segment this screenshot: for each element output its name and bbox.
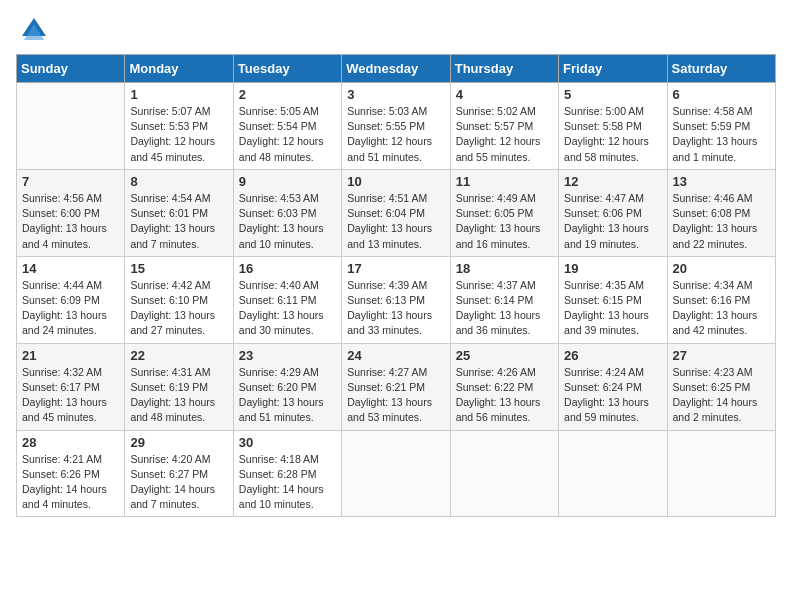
day-info: Sunrise: 4:42 AM Sunset: 6:10 PM Dayligh…	[130, 278, 227, 339]
day-info: Sunrise: 5:07 AM Sunset: 5:53 PM Dayligh…	[130, 104, 227, 165]
calendar-cell: 18Sunrise: 4:37 AM Sunset: 6:14 PM Dayli…	[450, 256, 558, 343]
day-info: Sunrise: 4:37 AM Sunset: 6:14 PM Dayligh…	[456, 278, 553, 339]
calendar-cell: 15Sunrise: 4:42 AM Sunset: 6:10 PM Dayli…	[125, 256, 233, 343]
day-info: Sunrise: 5:05 AM Sunset: 5:54 PM Dayligh…	[239, 104, 336, 165]
calendar-cell: 4Sunrise: 5:02 AM Sunset: 5:57 PM Daylig…	[450, 83, 558, 170]
day-info: Sunrise: 4:20 AM Sunset: 6:27 PM Dayligh…	[130, 452, 227, 513]
day-number: 18	[456, 261, 553, 276]
day-number: 19	[564, 261, 661, 276]
header	[16, 16, 776, 44]
col-sunday: Sunday	[17, 55, 125, 83]
day-info: Sunrise: 4:34 AM Sunset: 6:16 PM Dayligh…	[673, 278, 770, 339]
calendar-cell: 11Sunrise: 4:49 AM Sunset: 6:05 PM Dayli…	[450, 169, 558, 256]
col-thursday: Thursday	[450, 55, 558, 83]
day-number: 15	[130, 261, 227, 276]
day-number: 23	[239, 348, 336, 363]
day-info: Sunrise: 4:49 AM Sunset: 6:05 PM Dayligh…	[456, 191, 553, 252]
calendar-cell: 1Sunrise: 5:07 AM Sunset: 5:53 PM Daylig…	[125, 83, 233, 170]
day-info: Sunrise: 5:03 AM Sunset: 5:55 PM Dayligh…	[347, 104, 444, 165]
day-info: Sunrise: 4:44 AM Sunset: 6:09 PM Dayligh…	[22, 278, 119, 339]
day-number: 24	[347, 348, 444, 363]
week-row-3: 14Sunrise: 4:44 AM Sunset: 6:09 PM Dayli…	[17, 256, 776, 343]
day-number: 22	[130, 348, 227, 363]
day-number: 29	[130, 435, 227, 450]
calendar-cell: 28Sunrise: 4:21 AM Sunset: 6:26 PM Dayli…	[17, 430, 125, 517]
day-number: 26	[564, 348, 661, 363]
day-info: Sunrise: 4:54 AM Sunset: 6:01 PM Dayligh…	[130, 191, 227, 252]
calendar-cell: 17Sunrise: 4:39 AM Sunset: 6:13 PM Dayli…	[342, 256, 450, 343]
calendar-cell: 6Sunrise: 4:58 AM Sunset: 5:59 PM Daylig…	[667, 83, 775, 170]
day-number: 9	[239, 174, 336, 189]
day-number: 4	[456, 87, 553, 102]
day-number: 13	[673, 174, 770, 189]
day-info: Sunrise: 4:47 AM Sunset: 6:06 PM Dayligh…	[564, 191, 661, 252]
day-number: 30	[239, 435, 336, 450]
day-info: Sunrise: 4:23 AM Sunset: 6:25 PM Dayligh…	[673, 365, 770, 426]
calendar-cell: 16Sunrise: 4:40 AM Sunset: 6:11 PM Dayli…	[233, 256, 341, 343]
calendar-cell: 9Sunrise: 4:53 AM Sunset: 6:03 PM Daylig…	[233, 169, 341, 256]
week-row-5: 28Sunrise: 4:21 AM Sunset: 6:26 PM Dayli…	[17, 430, 776, 517]
calendar-cell: 30Sunrise: 4:18 AM Sunset: 6:28 PM Dayli…	[233, 430, 341, 517]
day-info: Sunrise: 4:51 AM Sunset: 6:04 PM Dayligh…	[347, 191, 444, 252]
day-info: Sunrise: 4:35 AM Sunset: 6:15 PM Dayligh…	[564, 278, 661, 339]
calendar-cell: 29Sunrise: 4:20 AM Sunset: 6:27 PM Dayli…	[125, 430, 233, 517]
week-row-1: 1Sunrise: 5:07 AM Sunset: 5:53 PM Daylig…	[17, 83, 776, 170]
calendar-cell: 2Sunrise: 5:05 AM Sunset: 5:54 PM Daylig…	[233, 83, 341, 170]
day-info: Sunrise: 4:24 AM Sunset: 6:24 PM Dayligh…	[564, 365, 661, 426]
day-info: Sunrise: 4:21 AM Sunset: 6:26 PM Dayligh…	[22, 452, 119, 513]
calendar-cell: 23Sunrise: 4:29 AM Sunset: 6:20 PM Dayli…	[233, 343, 341, 430]
day-number: 3	[347, 87, 444, 102]
day-number: 10	[347, 174, 444, 189]
day-number: 6	[673, 87, 770, 102]
calendar-cell	[667, 430, 775, 517]
col-friday: Friday	[559, 55, 667, 83]
calendar-cell: 12Sunrise: 4:47 AM Sunset: 6:06 PM Dayli…	[559, 169, 667, 256]
col-saturday: Saturday	[667, 55, 775, 83]
logo	[16, 16, 48, 44]
day-info: Sunrise: 4:58 AM Sunset: 5:59 PM Dayligh…	[673, 104, 770, 165]
day-number: 21	[22, 348, 119, 363]
day-number: 5	[564, 87, 661, 102]
calendar-cell: 14Sunrise: 4:44 AM Sunset: 6:09 PM Dayli…	[17, 256, 125, 343]
calendar-cell: 13Sunrise: 4:46 AM Sunset: 6:08 PM Dayli…	[667, 169, 775, 256]
day-number: 14	[22, 261, 119, 276]
calendar-table: Sunday Monday Tuesday Wednesday Thursday…	[16, 54, 776, 517]
day-info: Sunrise: 4:29 AM Sunset: 6:20 PM Dayligh…	[239, 365, 336, 426]
calendar-cell: 19Sunrise: 4:35 AM Sunset: 6:15 PM Dayli…	[559, 256, 667, 343]
day-number: 27	[673, 348, 770, 363]
calendar-cell: 10Sunrise: 4:51 AM Sunset: 6:04 PM Dayli…	[342, 169, 450, 256]
day-number: 8	[130, 174, 227, 189]
calendar-cell	[342, 430, 450, 517]
calendar-cell: 25Sunrise: 4:26 AM Sunset: 6:22 PM Dayli…	[450, 343, 558, 430]
day-number: 1	[130, 87, 227, 102]
day-info: Sunrise: 4:18 AM Sunset: 6:28 PM Dayligh…	[239, 452, 336, 513]
col-monday: Monday	[125, 55, 233, 83]
day-info: Sunrise: 4:39 AM Sunset: 6:13 PM Dayligh…	[347, 278, 444, 339]
calendar-cell: 20Sunrise: 4:34 AM Sunset: 6:16 PM Dayli…	[667, 256, 775, 343]
day-info: Sunrise: 4:46 AM Sunset: 6:08 PM Dayligh…	[673, 191, 770, 252]
day-number: 16	[239, 261, 336, 276]
day-info: Sunrise: 4:26 AM Sunset: 6:22 PM Dayligh…	[456, 365, 553, 426]
calendar-cell: 24Sunrise: 4:27 AM Sunset: 6:21 PM Dayli…	[342, 343, 450, 430]
day-info: Sunrise: 5:00 AM Sunset: 5:58 PM Dayligh…	[564, 104, 661, 165]
calendar-cell: 22Sunrise: 4:31 AM Sunset: 6:19 PM Dayli…	[125, 343, 233, 430]
calendar-cell	[559, 430, 667, 517]
calendar-cell: 5Sunrise: 5:00 AM Sunset: 5:58 PM Daylig…	[559, 83, 667, 170]
header-row: Sunday Monday Tuesday Wednesday Thursday…	[17, 55, 776, 83]
week-row-2: 7Sunrise: 4:56 AM Sunset: 6:00 PM Daylig…	[17, 169, 776, 256]
day-info: Sunrise: 5:02 AM Sunset: 5:57 PM Dayligh…	[456, 104, 553, 165]
calendar-cell	[17, 83, 125, 170]
day-number: 20	[673, 261, 770, 276]
day-number: 28	[22, 435, 119, 450]
day-info: Sunrise: 4:53 AM Sunset: 6:03 PM Dayligh…	[239, 191, 336, 252]
calendar-cell: 21Sunrise: 4:32 AM Sunset: 6:17 PM Dayli…	[17, 343, 125, 430]
calendar-cell: 7Sunrise: 4:56 AM Sunset: 6:00 PM Daylig…	[17, 169, 125, 256]
calendar-cell: 3Sunrise: 5:03 AM Sunset: 5:55 PM Daylig…	[342, 83, 450, 170]
calendar-cell: 8Sunrise: 4:54 AM Sunset: 6:01 PM Daylig…	[125, 169, 233, 256]
day-number: 2	[239, 87, 336, 102]
day-info: Sunrise: 4:56 AM Sunset: 6:00 PM Dayligh…	[22, 191, 119, 252]
day-info: Sunrise: 4:40 AM Sunset: 6:11 PM Dayligh…	[239, 278, 336, 339]
day-number: 25	[456, 348, 553, 363]
day-number: 11	[456, 174, 553, 189]
week-row-4: 21Sunrise: 4:32 AM Sunset: 6:17 PM Dayli…	[17, 343, 776, 430]
